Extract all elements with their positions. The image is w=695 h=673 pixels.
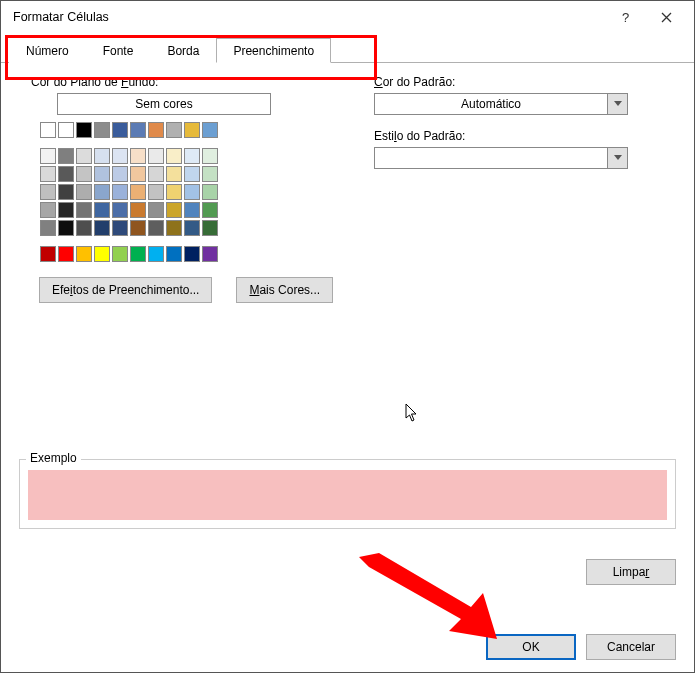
background-color-label: Cor do Plano de Fundo: [31, 75, 374, 89]
more-colors-button[interactable]: Mais Cores... [236, 277, 333, 303]
color-swatch[interactable] [76, 166, 92, 182]
pattern-style-combo[interactable] [374, 147, 628, 169]
color-swatch[interactable] [184, 122, 200, 138]
example-preview [28, 470, 667, 520]
tab-label: Preenchimento [233, 44, 314, 58]
color-swatch[interactable] [76, 184, 92, 200]
color-swatch[interactable] [202, 166, 218, 182]
cursor-icon [405, 403, 421, 423]
svg-text:?: ? [622, 11, 629, 23]
color-swatch[interactable] [76, 246, 92, 262]
color-swatch[interactable] [94, 184, 110, 200]
color-swatch[interactable] [112, 148, 128, 164]
tab-fonte[interactable]: Fonte [86, 38, 151, 63]
no-color-button[interactable]: Sem cores [57, 93, 271, 115]
color-swatch[interactable] [130, 220, 146, 236]
color-swatch[interactable] [40, 184, 56, 200]
pattern-style-value [375, 148, 607, 168]
color-swatch[interactable] [166, 246, 182, 262]
color-swatch[interactable] [148, 166, 164, 182]
color-swatch[interactable] [94, 148, 110, 164]
help-button[interactable]: ? [606, 2, 646, 32]
pattern-color-combo[interactable]: Automático [374, 93, 628, 115]
color-swatch[interactable] [184, 246, 200, 262]
color-swatch[interactable] [94, 220, 110, 236]
tab-label: Número [26, 44, 69, 58]
tab-borda[interactable]: Borda [150, 38, 216, 63]
color-swatch[interactable] [148, 246, 164, 262]
example-fieldset: Exemplo [19, 459, 676, 529]
color-swatch[interactable] [130, 246, 146, 262]
color-swatch[interactable] [184, 220, 200, 236]
color-swatch[interactable] [166, 202, 182, 218]
color-swatch[interactable] [76, 220, 92, 236]
color-swatch[interactable] [112, 246, 128, 262]
color-swatch[interactable] [130, 166, 146, 182]
annotation-arrow-icon [351, 553, 501, 643]
color-swatch[interactable] [202, 184, 218, 200]
color-swatch[interactable] [40, 246, 56, 262]
color-swatch[interactable] [130, 202, 146, 218]
color-swatch[interactable] [94, 246, 110, 262]
color-swatch[interactable] [112, 202, 128, 218]
tab-numero[interactable]: Número [9, 38, 86, 63]
color-swatch[interactable] [58, 122, 74, 138]
color-swatch[interactable] [202, 246, 218, 262]
color-swatch[interactable] [130, 122, 146, 138]
fill-effects-button[interactable]: Efeitos de Preenchimento... [39, 277, 212, 303]
color-swatch[interactable] [184, 148, 200, 164]
pattern-style-label: Estilo do Padrão: [374, 129, 674, 143]
color-swatch[interactable] [76, 202, 92, 218]
color-swatch[interactable] [202, 220, 218, 236]
color-swatch[interactable] [184, 184, 200, 200]
color-swatch[interactable] [184, 202, 200, 218]
color-swatch[interactable] [166, 148, 182, 164]
tab-preenchimento[interactable]: Preenchimento [216, 38, 331, 63]
color-swatch[interactable] [166, 220, 182, 236]
color-swatch[interactable] [58, 166, 74, 182]
color-swatch[interactable] [148, 184, 164, 200]
color-swatch[interactable] [148, 122, 164, 138]
clear-button[interactable]: Limpar [586, 559, 676, 585]
color-swatch[interactable] [40, 202, 56, 218]
color-swatch[interactable] [202, 148, 218, 164]
color-swatch[interactable] [112, 220, 128, 236]
color-swatch[interactable] [40, 166, 56, 182]
cancel-button[interactable]: Cancelar [586, 634, 676, 660]
color-swatch[interactable] [76, 122, 92, 138]
pattern-color-label: Cor do Padrão: [374, 75, 674, 89]
color-swatch[interactable] [112, 122, 128, 138]
color-swatch[interactable] [58, 246, 74, 262]
titlebar: Formatar Células ? [1, 1, 694, 33]
color-swatch[interactable] [148, 148, 164, 164]
color-swatch[interactable] [58, 148, 74, 164]
color-swatch[interactable] [58, 220, 74, 236]
color-swatch[interactable] [94, 202, 110, 218]
color-palette [39, 121, 374, 263]
color-swatch[interactable] [112, 184, 128, 200]
close-button[interactable] [646, 2, 686, 32]
color-swatch[interactable] [202, 122, 218, 138]
color-swatch[interactable] [112, 166, 128, 182]
color-swatch[interactable] [40, 220, 56, 236]
color-swatch[interactable] [202, 202, 218, 218]
color-swatch[interactable] [148, 220, 164, 236]
color-swatch[interactable] [58, 184, 74, 200]
color-swatch[interactable] [94, 166, 110, 182]
color-swatch[interactable] [166, 166, 182, 182]
color-swatch[interactable] [130, 148, 146, 164]
color-swatch[interactable] [40, 148, 56, 164]
color-swatch[interactable] [184, 166, 200, 182]
color-swatch[interactable] [130, 184, 146, 200]
color-swatch[interactable] [166, 122, 182, 138]
ok-button[interactable]: OK [486, 634, 576, 660]
color-swatch[interactable] [94, 122, 110, 138]
color-swatch[interactable] [58, 202, 74, 218]
color-swatch[interactable] [148, 202, 164, 218]
color-swatch-none[interactable] [40, 122, 56, 138]
example-legend: Exemplo [26, 451, 81, 465]
color-swatch[interactable] [76, 148, 92, 164]
svg-marker-1 [359, 553, 497, 639]
window-title: Formatar Células [9, 10, 606, 24]
color-swatch[interactable] [166, 184, 182, 200]
